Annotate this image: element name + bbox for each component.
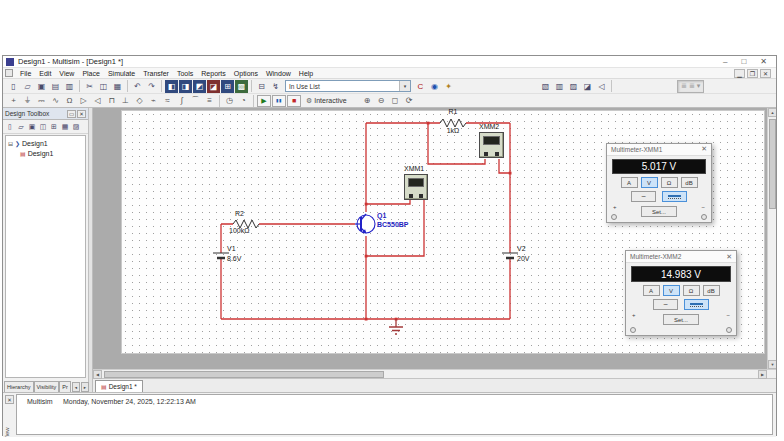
tab-scroll-left-icon[interactable]: ◂ <box>72 382 80 392</box>
zoom-in-canvas-icon[interactable]: ⊕ <box>361 95 374 107</box>
in-use-list-combo[interactable]: In Use List ▾ <box>285 80 411 92</box>
horizontal-scroll-thumb[interactable] <box>104 371 384 378</box>
dc-button[interactable] <box>684 299 709 310</box>
spreadsheet-vertical-tab[interactable]: Spreadsheet View <box>4 406 14 437</box>
place-power-icon[interactable]: ∫ <box>175 95 188 107</box>
dc-button[interactable] <box>662 191 687 202</box>
place-analog-icon[interactable]: ⊓ <box>105 95 118 107</box>
place-dc-icon[interactable]: ⎓ <box>35 95 48 107</box>
minus-terminal[interactable] <box>726 327 732 333</box>
child-restore-button[interactable]: ❐ <box>747 69 758 78</box>
r1-value-label[interactable]: 1kΩ <box>440 127 466 135</box>
tab-design1[interactable]: ▤ Design1 * <box>95 380 143 392</box>
database-icon[interactable]: ◉ <box>428 80 441 93</box>
r2-ref-label[interactable]: R2 <box>235 210 244 218</box>
menu-item[interactable]: Transfer <box>139 70 173 77</box>
pause-simulation-button[interactable]: ▮▮ <box>272 95 286 107</box>
db-mode-button[interactable]: dB <box>681 177 698 188</box>
tb-folder-icon[interactable]: ◫ <box>38 121 48 132</box>
child-minimize-button[interactable]: ▁ <box>734 69 745 78</box>
place-misc-icon[interactable]: ⌁ <box>147 95 160 107</box>
menu-item[interactable]: Tools <box>173 70 197 77</box>
scroll-down-icon[interactable]: ▼ <box>768 360 776 369</box>
tb-save-icon[interactable]: ▣ <box>27 121 37 132</box>
new-icon[interactable]: ▯ <box>7 80 20 93</box>
db-mode-button[interactable]: dB <box>703 285 720 296</box>
zoom-page-icon[interactable]: ◪ <box>207 80 220 93</box>
save-icon[interactable]: ▣ <box>35 80 48 93</box>
menu-item[interactable]: Reports <box>197 70 230 77</box>
place-resistor-icon[interactable]: Ω <box>63 95 76 107</box>
menu-item[interactable]: View <box>55 70 78 77</box>
zoom-out-canvas-icon[interactable]: ⊖ <box>375 95 388 107</box>
scroll-left-icon[interactable]: ◀ <box>93 370 102 379</box>
menu-item[interactable]: Place <box>78 70 104 77</box>
vertical-scrollbar[interactable]: ▲ ▼ <box>767 108 776 369</box>
close-icon[interactable]: ✕ <box>701 145 707 153</box>
component-icon[interactable]: C <box>414 80 427 93</box>
help-mode-icon[interactable]: ≣ <box>681 82 687 90</box>
zoom-selection-icon[interactable]: ◻ <box>389 95 402 107</box>
cut-icon[interactable]: ✂ <box>83 80 96 93</box>
tree-root-label[interactable]: Design1 <box>22 140 48 147</box>
menu-item[interactable]: Window <box>262 70 295 77</box>
r2-value-label[interactable]: 100kΩ <box>229 227 249 235</box>
ac-button[interactable]: ~ <box>653 299 678 310</box>
plus-terminal[interactable] <box>611 214 617 220</box>
xmm1-ref-label[interactable]: XMM1 <box>404 165 424 173</box>
v1-ref-label[interactable]: V1 <box>227 245 236 253</box>
tb-delete-icon[interactable]: ▨ <box>71 121 81 132</box>
close-icon[interactable]: ✕ <box>726 253 732 261</box>
volt-mode-button[interactable]: V <box>641 177 658 188</box>
v2-value-label[interactable]: 20V <box>517 255 529 263</box>
report-icon[interactable]: ◪ <box>581 80 594 93</box>
undo-icon[interactable]: ↶ <box>131 80 144 93</box>
run-simulation-button[interactable]: ▶ <box>257 95 271 107</box>
multimeter-xmm1-window[interactable]: Multimeter-XMM1 ✕ 5.017 V AVΩdB ~ + Set.… <box>606 143 712 223</box>
instrument-title-bar[interactable]: Multimeter-XMM1 ✕ <box>607 144 711 156</box>
instrument-title-bar[interactable]: Multimeter-XMM2 ✕ <box>626 251 736 263</box>
expander-icon[interactable]: ⊟ <box>8 140 13 147</box>
tree-root-row[interactable]: ⊟ ❯ Design1 <box>8 138 83 148</box>
grid-icon[interactable]: ▩ <box>235 80 248 93</box>
ohm-mode-button[interactable]: Ω <box>683 285 700 296</box>
place-indicator-icon[interactable]: ≈ <box>161 95 174 107</box>
place-bus-icon[interactable]: ≡ <box>203 95 216 107</box>
paste-icon[interactable]: ▦ <box>111 80 124 93</box>
xmm2-ref-label[interactable]: XMM2 <box>479 123 499 131</box>
tb-view-icon[interactable]: ▦ <box>60 121 70 132</box>
place-ttl-icon[interactable]: ⊥ <box>119 95 132 107</box>
multimeter-xmm2-symbol[interactable] <box>479 132 504 158</box>
analyses-menu-icon[interactable]: ◔ <box>237 95 250 107</box>
simulation-profile[interactable]: ⚙ Interactive <box>306 97 347 105</box>
zoom-fit-icon[interactable]: ◩ <box>193 80 206 93</box>
multimeter-xmm1-symbol[interactable] <box>404 174 428 200</box>
tab-scroll-right-icon[interactable]: ▸ <box>81 382 89 392</box>
tree-child-row[interactable]: ▤ Design1 <box>8 148 83 158</box>
child-close-button[interactable]: ✕ <box>760 69 771 78</box>
place-ac-icon[interactable]: ∿ <box>49 95 62 107</box>
menu-item[interactable]: Edit <box>35 70 55 77</box>
place-rf-icon[interactable]: ⌒ <box>189 95 202 107</box>
stop-simulation-button[interactable]: ■ <box>287 95 301 107</box>
toolbox-tab[interactable]: Visibility <box>34 381 60 392</box>
tb-new-icon[interactable]: ▯ <box>5 121 15 132</box>
tree-child-label[interactable]: Design1 <box>28 150 54 157</box>
place-diode-icon[interactable]: ▷ <box>77 95 90 107</box>
extra-dropdown-icon[interactable]: ▾ <box>697 82 701 90</box>
ampere-mode-button[interactable]: A <box>643 285 660 296</box>
analysis-icon[interactable]: ▥ <box>553 80 566 93</box>
q1-ref-label[interactable]: Q1 <box>377 212 386 220</box>
zoom-refresh-icon[interactable]: ⟳ <box>403 95 416 107</box>
breadboard-icon[interactable]: ⊟ <box>255 80 268 93</box>
place-ground-icon[interactable]: ⏚ <box>21 95 34 107</box>
scroll-up-icon[interactable]: ▲ <box>768 108 776 117</box>
minus-terminal[interactable] <box>701 214 707 220</box>
multimeter-xmm2-window[interactable]: Multimeter-XMM2 ✕ 14.983 V AVΩdB ~ + Set… <box>625 250 737 336</box>
sound-icon[interactable]: ◁ <box>595 80 608 93</box>
set-button[interactable]: Set... <box>663 314 699 325</box>
tb-pushpin-icon[interactable]: ⊞ <box>49 121 59 132</box>
ac-button[interactable]: ~ <box>631 191 656 202</box>
chevron-down-icon[interactable]: ▾ <box>399 81 410 91</box>
v2-ref-label[interactable]: V2 <box>517 245 526 253</box>
